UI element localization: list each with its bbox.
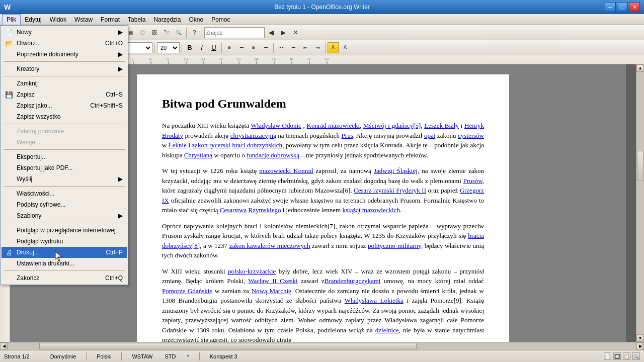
horizontal-scrollbar[interactable]: ◀ ▶ [0,342,644,350]
link-chrystianizacja[interactable]: chrystianizacyjną [230,132,276,139]
align-left-button[interactable]: ≡ [224,42,235,53]
menu-pomoc[interactable]: Pomoc [207,14,234,25]
scroll-up-button[interactable]: ▲ [636,64,644,72]
scroll-thumb[interactable] [637,151,643,181]
menu-entry-preview-browser[interactable]: Podgląd w przeglądarce internetowej [2,225,127,236]
menu-tabela[interactable]: Tabela [124,14,149,25]
bold-button[interactable]: B [184,42,195,53]
gallery-button[interactable]: 🖼 [149,27,160,38]
link-msciwoj[interactable]: Mściwój i gdańscy[5] [363,122,421,129]
hscroll-track[interactable] [8,342,636,350]
font-color-button[interactable]: A [340,42,351,53]
link-kawalerowie[interactable]: zakon kawalerów mieczowych [229,242,310,249]
outdent-button[interactable]: ⇤ [300,42,311,53]
align-right-button[interactable]: ≡ [248,42,259,53]
menu-entry-wizard[interactable]: Kreatory ▶ [2,63,127,74]
link-jadwiga[interactable]: Jadwigi Śląskiej [374,167,418,174]
link-cystersi[interactable]: cystersów [458,132,484,139]
link-lekno[interactable]: Łeknie [169,141,187,149]
link-sojusz[interactable]: polityczno-militarny [368,242,421,249]
menu-entry-exportpdf[interactable]: Eksportuj jako PDF... [2,162,127,173]
menu-entry-send[interactable]: Wyślij ▶ [2,173,127,185]
find-prev-button[interactable]: ◀ [266,27,277,38]
link-nowa-marchia[interactable]: Nową Marchię [252,287,291,295]
find-next-button[interactable]: ▶ [278,27,289,38]
status-btn-1[interactable]: 📄 [604,352,611,360]
link-odonic[interactable]: Władysław Odonic [251,122,301,129]
link-bracia-dobr[interactable]: braci dobrzyńskich [232,141,282,149]
find-close-button[interactable]: ✕ [290,27,301,38]
link-fundacja[interactable]: fundację dobrowską [247,151,299,159]
link-opat[interactable]: opat [424,132,435,139]
link-waclaw[interactable]: Wacław II Czeski [248,277,297,285]
menu-entry-export[interactable]: Eksportuj... [2,151,127,162]
vertical-scrollbar[interactable]: ▲ ▼ [636,64,644,342]
link-dzielnice[interactable]: dzielnice [375,326,399,334]
menu-edytuj[interactable]: Edytuj [21,14,45,25]
link-chrystian[interactable]: Chrystiana [184,151,212,159]
menu-narzedzia[interactable]: Narzędzia [149,14,185,25]
underline-button[interactable]: U [208,42,219,53]
menu-wstaw[interactable]: Wstaw [70,14,97,25]
link-grzegorz[interactable]: Grzegorz IX [162,187,484,204]
link-bracia2[interactable]: bracia dobrzyńscy[8] [162,232,484,249]
link-konrad-maz[interactable]: Konrad mazowiecki [307,122,360,129]
link-lokietek[interactable]: Władysława Łokietka [345,297,404,304]
menu-entry-sigs[interactable]: Podpisy cyfrowe... [2,199,127,210]
menu-exportpdf-label: Eksportuj jako PDF... [17,164,123,171]
hscroll-left-button[interactable]: ◀ [0,342,8,350]
menu-okno[interactable]: Okno [185,14,207,25]
menu-entry-props[interactable]: Właściwości... [2,188,127,199]
font-size-select[interactable]: 20 [157,42,180,53]
link-prusow[interactable]: Prusów [463,177,482,185]
align-center-button[interactable]: ☰ [236,42,247,53]
align-justify-button[interactable]: ☰ [260,42,271,53]
menu-entry-exit[interactable]: Zakończ Ctrl+Q [2,273,127,284]
menu-entry-new[interactable]: 📄 Nowy ▶ [2,27,127,38]
link-mazowiecki[interactable]: mazowiecki Konrad [259,167,313,174]
link-prus[interactable]: Prus [342,132,353,139]
link-pomorze[interactable]: Pomorze Gdańskie [162,287,212,295]
menu-entry-printer-settings[interactable]: Ustawienia drukarki... [2,258,127,269]
link-brandenburczycy[interactable]: Brandenburgczykami [325,277,381,285]
link-leszek[interactable]: Leszek Biały [424,122,459,129]
menu-entry-preview-print[interactable]: Podgląd wydruku [2,236,127,247]
list-ordered-button[interactable]: ☰ [288,42,299,53]
menu-entry-saveall[interactable]: Zapisz wszystko [2,111,127,122]
highlight-color-button[interactable]: A [328,42,339,53]
indent-button[interactable]: ⇥ [312,42,323,53]
minimize-button[interactable]: ─ [605,2,616,12]
find-input[interactable] [204,27,265,38]
hscroll-right-button[interactable]: ▶ [636,342,644,350]
scroll-down-button[interactable]: ▼ [636,334,644,342]
zoom-button[interactable]: 🔍 [173,27,184,38]
link-cesarz[interactable]: Cesarz rzymski Fryderyk II [354,187,426,194]
link-polsko-krzyz[interactable]: polsko-krzyżackie [228,267,276,275]
menu-entry-open[interactable]: 📂 Otwórz... Ctrl+O [2,38,127,49]
scroll-track[interactable] [636,72,644,334]
list-unordered-button[interactable]: ☷ [276,42,287,53]
insert-mode[interactable]: WSTAW [132,353,152,359]
menu-entry-templates[interactable]: Szablony ▶ [2,210,127,221]
link-cesarstwo[interactable]: Cesarstwa Rzymskiego [220,206,281,214]
link-ksiazat[interactable]: książąt mazowieckich [342,206,399,214]
status-btn-4[interactable]: 🔍 [632,352,640,360]
menu-entry-print[interactable]: 🖨 Drukuj... Ctrl+P [2,247,127,258]
nav-button[interactable]: 🔭 [161,27,172,38]
menu-widok[interactable]: Widok [46,14,70,25]
restore-button[interactable]: □ [617,2,628,12]
menu-entry-saveas[interactable]: Zapisz jako... Ctrl+Shift+S [2,100,127,111]
status-btn-2[interactable]: 🔲 [613,352,621,360]
menu-plik[interactable]: Plik [2,14,21,25]
menu-entry-save[interactable]: 💾 Zapisz Ctrl+S [2,89,127,100]
status-btn-3[interactable]: 📋 [623,352,630,360]
italic-button[interactable]: I [196,42,207,53]
hscroll-thumb[interactable] [39,343,417,349]
menu-format[interactable]: Format [97,14,124,25]
menu-entry-recent[interactable]: Poprzednie dokumenty ▶ [2,49,127,60]
close-button[interactable]: ✕ [629,2,640,12]
draw-button[interactable]: ⬡ [137,27,148,38]
link-zakon[interactable]: zakon rycerski [192,141,230,149]
help-button[interactable]: ? [189,27,200,38]
menu-entry-close[interactable]: Zamknij [2,78,127,89]
